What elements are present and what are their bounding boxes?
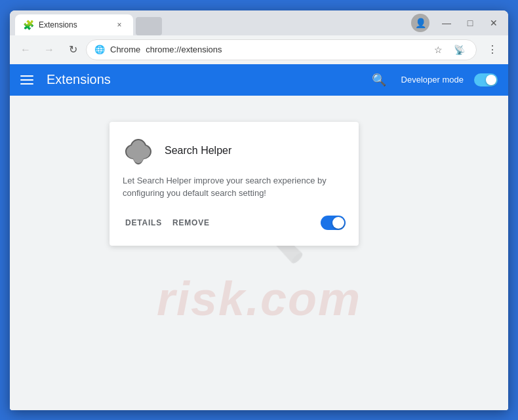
close-button[interactable]: ✕ xyxy=(485,14,503,32)
navigation-bar: ← → ↻ 🌐 Chrome chrome://extensions ☆ 📡 ⋮ xyxy=(10,35,508,64)
tab-favicon: 🧩 xyxy=(23,20,33,30)
search-button[interactable]: 🔍 xyxy=(367,68,391,92)
extension-description: Let Search Helper improve your search ex… xyxy=(123,174,346,200)
hamburger-menu-button[interactable] xyxy=(20,72,36,88)
new-tab-placeholder[interactable] xyxy=(136,17,162,35)
chrome-label: Chrome xyxy=(110,45,140,54)
extension-icon xyxy=(123,135,154,166)
developer-mode-label: Developer mode xyxy=(401,75,464,85)
browser-window: 🧩 Extensions × 👤 — □ ✕ ← → ↻ 🌐 Chrome xyxy=(10,10,508,410)
security-icon: 🌐 xyxy=(94,45,105,55)
developer-mode-toggle[interactable] xyxy=(474,73,498,86)
tab-title: Extensions xyxy=(39,20,108,29)
extension-toggle[interactable] xyxy=(321,216,346,230)
watermark-text: risk.com xyxy=(157,272,361,326)
hamburger-line-2 xyxy=(20,79,33,81)
back-button[interactable]: ← xyxy=(15,39,36,60)
tab-close-button[interactable]: × xyxy=(113,19,125,31)
extension-card: Search Helper Let Search Helper improve … xyxy=(110,122,359,246)
profile-button[interactable]: 👤 xyxy=(411,14,429,32)
refresh-button[interactable]: ↻ xyxy=(62,39,83,60)
maximize-button[interactable]: □ xyxy=(461,14,479,32)
hamburger-line-1 xyxy=(20,75,33,77)
window-controls: — □ ✕ xyxy=(437,14,503,32)
forward-button[interactable]: → xyxy=(39,39,60,60)
extension-toggle-knob xyxy=(332,217,344,229)
toggle-knob xyxy=(486,75,496,85)
menu-button[interactable]: ⋮ xyxy=(482,39,503,60)
bookmark-button[interactable]: ☆ xyxy=(429,41,447,59)
extension-card-header: Search Helper xyxy=(123,135,346,166)
address-url: chrome://extensions xyxy=(146,45,424,54)
page-title: Extensions xyxy=(47,72,357,87)
details-button[interactable]: DETAILS xyxy=(123,213,165,233)
tab-strip: 🧩 Extensions × xyxy=(15,10,411,35)
extensions-content: 🔍 risk.com Search Helper Let Search Help… xyxy=(10,96,508,410)
remove-button[interactable]: REMOVE xyxy=(170,213,212,233)
minimize-button[interactable]: — xyxy=(437,14,456,32)
forward-icon: → xyxy=(44,44,54,56)
nav-extra-buttons: ⋮ xyxy=(482,39,503,60)
hamburger-line-3 xyxy=(20,83,33,85)
extensions-header: Extensions 🔍 Developer mode xyxy=(10,64,508,96)
address-bar[interactable]: 🌐 Chrome chrome://extensions ☆ 📡 xyxy=(86,39,477,60)
extension-card-footer: DETAILS REMOVE xyxy=(123,213,346,233)
title-bar: 🧩 Extensions × 👤 — □ ✕ xyxy=(10,10,508,35)
back-icon: ← xyxy=(20,44,31,56)
cast-button[interactable]: 📡 xyxy=(450,41,468,59)
extension-name: Search Helper xyxy=(165,145,231,157)
profile-icon: 👤 xyxy=(415,18,426,28)
active-tab[interactable]: 🧩 Extensions × xyxy=(15,14,133,35)
search-icon: 🔍 xyxy=(372,73,386,87)
refresh-icon: ↻ xyxy=(69,43,77,56)
address-actions: ☆ 📡 xyxy=(429,41,468,59)
